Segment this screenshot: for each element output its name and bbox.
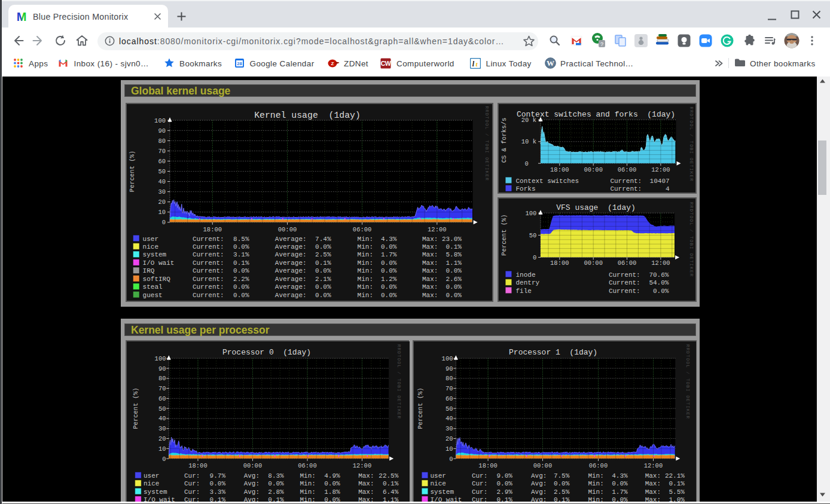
- svg-text:70: 70: [445, 385, 453, 392]
- svg-text:Max:: Max:: [645, 472, 660, 479]
- svg-text:Current:: Current:: [193, 267, 224, 274]
- svg-text:Avg:: Avg:: [244, 472, 260, 479]
- svg-text:80: 80: [445, 375, 453, 382]
- svg-text:50: 50: [445, 405, 453, 413]
- svg-text:18:00: 18:00: [550, 259, 569, 267]
- svg-text:RRDTOOL / TOBI OETIKER: RRDTOOL / TOBI OETIKER: [688, 106, 693, 181]
- svg-text:7.5%: 7.5%: [553, 472, 569, 479]
- svg-text:M: M: [17, 11, 27, 23]
- svg-text:0: 0: [162, 219, 166, 226]
- svg-text:1.2%: 1.2%: [381, 275, 397, 282]
- svg-text:0.0%: 0.0%: [381, 283, 397, 291]
- svg-text:2.2%: 2.2%: [233, 275, 249, 282]
- svg-text:user: user: [430, 472, 445, 479]
- svg-text:12:00: 12:00: [651, 166, 670, 173]
- svg-text:06:00: 06:00: [617, 259, 636, 267]
- svg-text:12:00: 12:00: [643, 462, 662, 469]
- svg-text:12:00: 12:00: [651, 259, 670, 267]
- svg-text:Min:: Min:: [300, 488, 315, 496]
- svg-text:Cur:: Cur:: [184, 480, 200, 487]
- svg-text:0.1%: 0.1%: [383, 480, 399, 487]
- svg-text:Average:: Average:: [275, 283, 307, 291]
- svg-text:70: 70: [158, 147, 166, 154]
- svg-text:5.8%: 5.8%: [445, 251, 462, 258]
- svg-text:Max:: Max:: [358, 472, 374, 479]
- svg-text:0.0%: 0.0%: [381, 259, 397, 266]
- svg-text:0.1%: 0.1%: [233, 259, 249, 266]
- svg-text:60: 60: [158, 395, 166, 402]
- svg-text:00:00: 00:00: [584, 166, 603, 173]
- svg-text:Min:: Min:: [358, 243, 373, 250]
- svg-text:18:00: 18:00: [203, 226, 222, 233]
- svg-text:Average:: Average:: [275, 235, 307, 242]
- svg-text:8.3%: 8.3%: [268, 472, 284, 479]
- svg-text:Min:: Min:: [300, 480, 315, 487]
- svg-text:20 k: 20 k: [521, 116, 536, 123]
- svg-text:100: 100: [154, 117, 166, 124]
- svg-text:10 k: 10 k: [521, 138, 536, 145]
- svg-text:Cur:: Cur:: [471, 472, 487, 479]
- svg-text:00:00: 00:00: [278, 226, 297, 233]
- svg-text:7.4%: 7.4%: [315, 235, 331, 242]
- svg-text:Percent (%): Percent (%): [132, 387, 139, 429]
- svg-text:6.4%: 6.4%: [383, 488, 399, 496]
- svg-text:2.1%: 2.1%: [315, 275, 331, 282]
- svg-text:0.0%: 0.0%: [445, 283, 462, 291]
- svg-text:Percent (%): Percent (%): [129, 150, 136, 191]
- svg-text:IRQ: IRQ: [143, 267, 155, 274]
- svg-text:22.1%: 22.1%: [664, 472, 684, 479]
- svg-text:?: ?: [600, 41, 603, 47]
- svg-text:30: 30: [445, 425, 453, 432]
- svg-text:20: 20: [445, 435, 453, 442]
- svg-text:90: 90: [158, 365, 166, 372]
- svg-text:06:00: 06:00: [353, 226, 372, 233]
- svg-text:54.0%: 54.0%: [649, 279, 669, 286]
- svg-text:nice: nice: [143, 243, 158, 250]
- svg-text:0.0%: 0.0%: [315, 243, 331, 250]
- svg-text:0.0%: 0.0%: [233, 283, 249, 291]
- svg-text:0: 0: [532, 254, 536, 261]
- svg-text:0.1%: 0.1%: [669, 480, 685, 487]
- svg-text:0.0%: 0.0%: [445, 291, 462, 298]
- svg-text:00:00: 00:00: [243, 462, 262, 469]
- svg-text:Z: Z: [331, 61, 334, 66]
- svg-text:2.8%: 2.8%: [268, 488, 284, 496]
- svg-text:5.5%: 5.5%: [669, 488, 685, 496]
- svg-text:0.0%: 0.0%: [553, 480, 569, 487]
- svg-text:Max:: Max:: [422, 251, 438, 258]
- svg-text:Max:: Max:: [358, 488, 374, 496]
- svg-text:user: user: [144, 472, 159, 479]
- svg-text:Current:: Current:: [608, 279, 640, 286]
- svg-text:user: user: [143, 235, 158, 242]
- svg-text:0.1%: 0.1%: [315, 259, 331, 266]
- svg-text:60: 60: [445, 395, 453, 402]
- svg-text:00:00: 00:00: [533, 462, 551, 469]
- svg-text:20: 20: [158, 435, 166, 442]
- svg-text:nice: nice: [430, 480, 445, 487]
- svg-text:28: 28: [237, 61, 242, 66]
- svg-text:50: 50: [158, 405, 166, 413]
- svg-text:0.0%: 0.0%: [381, 291, 397, 298]
- svg-text:Min:: Min:: [358, 275, 373, 282]
- svg-text:RRDTOOL / TOBI OETIKER: RRDTOOL / TOBI OETIKER: [685, 344, 690, 419]
- svg-text:0.0%: 0.0%: [233, 243, 249, 250]
- svg-text:Cur:: Cur:: [184, 472, 200, 479]
- svg-text:Current:: Current:: [193, 275, 224, 282]
- svg-text:Average:: Average:: [275, 291, 307, 298]
- svg-text:40: 40: [158, 178, 166, 185]
- svg-text:2.5%: 2.5%: [315, 251, 331, 258]
- svg-text:0.0%: 0.0%: [496, 480, 512, 487]
- svg-text:0.0%: 0.0%: [381, 267, 397, 274]
- svg-text:RRDTOOL / TOBI OETIKER: RRDTOOL / TOBI OETIKER: [484, 106, 489, 181]
- svg-text:system: system: [430, 488, 454, 496]
- svg-text:0.1%: 0.1%: [445, 243, 462, 250]
- svg-text:VFS usage (1day): VFS usage (1day): [556, 203, 636, 212]
- svg-text:0.0%: 0.0%: [445, 267, 462, 274]
- svg-text:Current:: Current:: [193, 291, 224, 298]
- svg-text:100: 100: [441, 355, 453, 362]
- svg-text:system: system: [144, 488, 167, 496]
- svg-text:Max:: Max:: [422, 259, 438, 266]
- svg-text:50: 50: [158, 168, 166, 175]
- svg-text:Current:: Current:: [610, 177, 642, 184]
- svg-text:Current:: Current:: [193, 243, 224, 250]
